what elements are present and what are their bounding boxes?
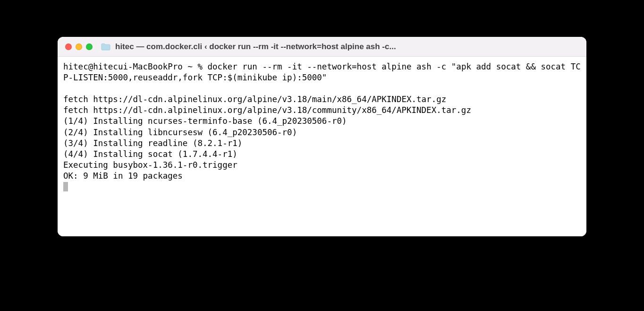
terminal-body[interactable]: hitec@hitecui-MacBookPro ~ % docker run … (58, 57, 586, 236)
close-button[interactable] (65, 43, 72, 50)
cursor (63, 182, 68, 191)
minimize-button[interactable] (76, 43, 82, 50)
maximize-button[interactable] (86, 43, 93, 50)
titlebar[interactable]: hitec — com.docker.cli ‹ docker run --rm… (58, 37, 586, 57)
window-title: hitec — com.docker.cli ‹ docker run --rm… (115, 42, 579, 52)
shell-prompt: hitec@hitecui-MacBookPro ~ % (63, 62, 208, 71)
terminal-window: hitec — com.docker.cli ‹ docker run --rm… (58, 37, 586, 236)
folder-icon (101, 43, 110, 51)
terminal-output: fetch https://dl-cdn.alpinelinux.org/alp… (63, 95, 471, 181)
traffic-lights (65, 43, 93, 50)
command-line: hitec@hitecui-MacBookPro ~ % docker run … (63, 61, 581, 83)
